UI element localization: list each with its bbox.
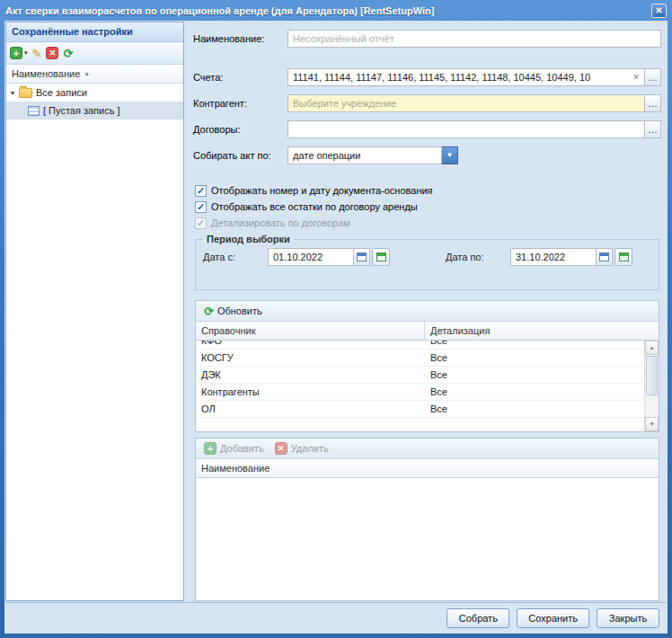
calendar-icon: [357, 253, 367, 261]
date-from-input[interactable]: [271, 252, 351, 262]
accounts-input[interactable]: [291, 72, 630, 83]
saved-settings-header: Сохранённые настройки: [6, 22, 183, 42]
detail-grid-scroller: КФО Все КОСГУ Все ДЭК Все: [196, 341, 644, 418]
cell-directory: КОСГУ: [196, 350, 425, 366]
name-grid: + Добавить ✕ Удалить Наименование: [195, 438, 659, 601]
settings-column-header[interactable]: Наименование▲: [6, 65, 183, 84]
contracts-input[interactable]: [291, 124, 642, 135]
add-row-button[interactable]: + Добавить: [200, 441, 268, 456]
checkbox-show-doc-number[interactable]: ✓ Отображать номер и дату документа-осно…: [195, 182, 661, 199]
save-button[interactable]: Сохранить: [517, 608, 589, 628]
close-button[interactable]: Закрыть: [597, 608, 659, 628]
record-icon: [28, 106, 40, 116]
detail-grid-toolbar: ⟳ Обновить: [196, 301, 659, 322]
period-fieldset: Период выборки Дата с: Дата по:: [195, 234, 659, 290]
add-icon: +: [204, 442, 217, 455]
calendar-green-icon: [619, 253, 629, 261]
checkbox-show-balances[interactable]: ✓ Отображать все остатки по договору аре…: [195, 199, 661, 215]
rent-setup-window: Акт сверки взаиморасчетов по операционно…: [0, 0, 672, 638]
refresh-label: Обновить: [217, 306, 262, 316]
table-row[interactable]: КФО Все: [196, 341, 644, 350]
scroll-down-icon[interactable]: ▼: [645, 417, 659, 431]
add-setting-button[interactable]: + ▾: [10, 47, 28, 59]
scrollbar-track[interactable]: [645, 396, 659, 417]
clear-icon[interactable]: ✕: [630, 73, 642, 82]
table-row[interactable]: КОСГУ Все: [196, 350, 644, 367]
scroll-up-icon[interactable]: ▲: [645, 341, 659, 355]
cell-detail: Все: [425, 367, 644, 383]
delete-label: Удалить: [291, 443, 329, 454]
combo-arrow-icon[interactable]: ▼: [442, 146, 458, 164]
act-by-label: Собирать акт по:: [193, 150, 287, 161]
close-icon[interactable]: ✕: [651, 4, 667, 18]
cell-directory: Контрагенты: [196, 384, 425, 400]
detail-grid-header: Справочник Детализация: [196, 322, 659, 341]
date-to-trigger[interactable]: [597, 248, 613, 266]
period-legend: Период выборки: [203, 234, 294, 244]
tree-node-all-records[interactable]: ▾ Все записи: [6, 84, 183, 102]
checkbox-checked-icon[interactable]: ✓: [195, 201, 207, 213]
checkbox-disabled-icon: ✓: [195, 217, 207, 229]
settings-column-label: Наименование: [12, 68, 80, 79]
checkbox-label: Отображать все остатки по договору аренд…: [211, 201, 418, 212]
cell-detail: Все: [425, 341, 644, 349]
cell-directory: ДЭК: [196, 367, 425, 383]
column-directory[interactable]: Справочник: [196, 322, 425, 340]
checkbox-label: Отображать номер и дату документа-основа…: [211, 185, 433, 196]
table-row[interactable]: ОЛ Все: [196, 401, 644, 418]
date-to-input[interactable]: [514, 252, 594, 262]
delete-setting-button[interactable]: ✕: [46, 47, 58, 59]
cell-detail: Все: [425, 401, 644, 417]
contracts-row: Договоры: …: [193, 120, 661, 138]
contragent-picker-button[interactable]: …: [645, 94, 661, 112]
table-row[interactable]: Контрагенты Все: [196, 384, 644, 401]
window-footer: Собрать Сохранить Закрыть: [5, 602, 667, 633]
contragent-input[interactable]: [291, 98, 642, 109]
table-row[interactable]: ДЭК Все: [196, 367, 644, 384]
date-to-period-button[interactable]: [615, 248, 632, 266]
cell-directory: ОЛ: [196, 401, 425, 417]
accounts-label: Счета:: [193, 72, 287, 83]
checkbox-detail-by-contracts: ✓ Детализировать по договорам: [195, 215, 661, 231]
detail-grid-viewport: КФО Все КОСГУ Все ДЭК Все: [196, 341, 644, 431]
name-input[interactable]: [291, 33, 659, 44]
collect-button[interactable]: Собрать: [447, 608, 509, 628]
accounts-field-wrap: ✕: [287, 68, 645, 86]
column-detail[interactable]: Детализация: [425, 322, 659, 340]
detail-grid-body: КФО Все КОСГУ Все ДЭК Все: [196, 341, 659, 431]
column-name[interactable]: Наименование: [196, 459, 659, 477]
vertical-scrollbar[interactable]: ▲ ▼: [644, 341, 659, 431]
refresh-grid-button[interactable]: ⟳ Обновить: [200, 304, 266, 319]
tree-node-label: [ Пустая запись ]: [43, 105, 120, 116]
date-from-trigger[interactable]: [354, 248, 370, 266]
scrollbar-thumb[interactable]: [646, 356, 658, 395]
contracts-picker-button[interactable]: …: [645, 120, 661, 138]
expander-icon[interactable]: ▾: [6, 89, 19, 97]
cell-detail: Все: [425, 384, 644, 400]
date-from-label: Дата с:: [203, 252, 268, 262]
calendar-green-icon: [376, 253, 386, 261]
contragent-row: Контрагент: …: [193, 94, 661, 112]
chevron-down-icon: ▾: [24, 49, 28, 57]
name-row: Наименование:: [193, 30, 661, 48]
checkbox-checked-icon[interactable]: ✓: [195, 185, 207, 197]
contracts-label: Договоры:: [193, 124, 287, 135]
window-titlebar: Акт сверки взаиморасчетов по операционно…: [0, 0, 672, 21]
window-body: Сохранённые настройки + ▾ ✎ ✕ ⟳ Наименов…: [4, 21, 668, 634]
detail-grid: ⟳ Обновить Справочник Детализация КФО Вс…: [195, 300, 659, 432]
refresh-settings-button[interactable]: ⟳: [63, 47, 73, 60]
window-title: Акт сверки взаиморасчетов по операционно…: [5, 5, 651, 16]
settings-tree: ▾ Все записи [ Пустая запись ]: [6, 84, 183, 600]
delete-icon: ✕: [46, 47, 58, 59]
date-from-field-wrap: [268, 248, 354, 266]
name-grid-header: Наименование: [196, 459, 659, 478]
date-from-period-button[interactable]: [372, 248, 390, 266]
add-icon: +: [10, 47, 22, 59]
folder-icon: [19, 88, 32, 98]
delete-row-button[interactable]: ✕ Удалить: [271, 441, 332, 456]
edit-setting-button[interactable]: ✎: [32, 47, 42, 60]
accounts-picker-button[interactable]: …: [645, 68, 661, 86]
tree-node-empty-record[interactable]: [ Пустая запись ]: [6, 102, 183, 120]
act-by-combobox[interactable]: дате операции: [287, 146, 442, 164]
date-to-field-wrap: [510, 248, 597, 266]
